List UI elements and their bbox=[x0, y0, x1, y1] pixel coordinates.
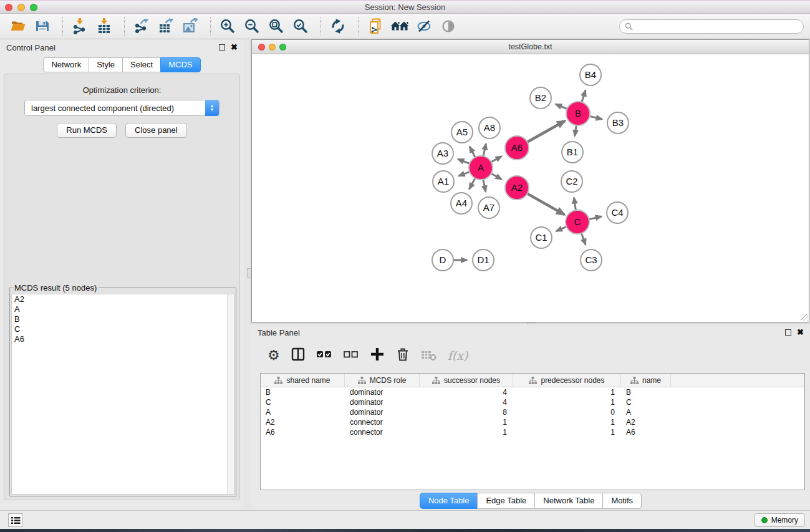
graph-edge[interactable] bbox=[458, 159, 471, 164]
function-icon[interactable]: f(x) bbox=[448, 349, 468, 362]
table-tabs: Node TableEdge TableNetwork TableMotifs bbox=[251, 493, 810, 509]
toolbar-separator bbox=[321, 17, 321, 36]
table-row[interactable]: Adominator80A bbox=[261, 407, 804, 417]
table-cell: 4 bbox=[420, 397, 513, 407]
graph-edge[interactable] bbox=[556, 226, 568, 231]
table-cell: A6 bbox=[621, 427, 671, 437]
mcds-result-item[interactable]: B bbox=[12, 314, 234, 324]
tab-node-table[interactable]: Node Table bbox=[420, 493, 478, 509]
import-table-icon[interactable] bbox=[94, 16, 115, 36]
save-session-icon[interactable] bbox=[32, 16, 53, 36]
export-image-icon[interactable] bbox=[180, 16, 201, 36]
graph-edge[interactable] bbox=[469, 177, 475, 189]
graph-edge[interactable] bbox=[556, 104, 568, 109]
zoom-selected-icon[interactable] bbox=[290, 16, 311, 36]
tab-mcds[interactable]: MCDS bbox=[160, 57, 200, 72]
gear-icon[interactable]: ⚙ bbox=[268, 349, 280, 362]
refresh-icon[interactable] bbox=[327, 16, 349, 36]
attribute-icon bbox=[432, 377, 440, 384]
table-body: Bdominator41BCdominator41CAdominator80AA… bbox=[261, 387, 804, 437]
graph-edge[interactable] bbox=[581, 90, 586, 104]
close-panel-icon[interactable]: ✖ bbox=[231, 44, 238, 51]
graph-node-label: A3 bbox=[437, 148, 448, 158]
graph-edge[interactable] bbox=[526, 193, 564, 215]
graph-edge[interactable] bbox=[581, 232, 586, 245]
table-row[interactable]: Cdominator41C bbox=[261, 397, 804, 407]
search-input[interactable] bbox=[636, 22, 798, 31]
add-icon[interactable] bbox=[370, 347, 385, 364]
graph-edge[interactable] bbox=[490, 157, 502, 163]
table-row[interactable]: A2connector11A2 bbox=[261, 417, 804, 427]
tab-network[interactable]: Network bbox=[43, 57, 89, 72]
export-network-icon[interactable] bbox=[131, 16, 152, 36]
splitter-handle[interactable] bbox=[247, 268, 251, 278]
search-field[interactable] bbox=[619, 19, 804, 34]
task-history-button[interactable] bbox=[8, 513, 23, 527]
close-panel-button[interactable]: Close panel bbox=[125, 123, 187, 138]
graph-node-label: B3 bbox=[612, 117, 624, 128]
clear-table-icon[interactable] bbox=[421, 347, 437, 364]
import-network-icon[interactable] bbox=[69, 16, 90, 36]
mcds-result-item[interactable]: C bbox=[12, 324, 234, 334]
table-cell: B bbox=[261, 387, 345, 397]
graph-edge[interactable] bbox=[483, 178, 485, 192]
tab-network-table[interactable]: Network Table bbox=[534, 493, 603, 509]
column-header-predecessor-nodes[interactable]: predecessor nodes bbox=[513, 374, 621, 387]
run-mcds-button[interactable]: Run MCDS bbox=[57, 123, 117, 138]
eye-slash-icon[interactable] bbox=[413, 16, 435, 36]
tab-select[interactable]: Select bbox=[122, 57, 161, 72]
graph-node-label: B2 bbox=[535, 92, 546, 103]
mcds-result-item[interactable]: A bbox=[12, 304, 234, 314]
table-cell-empty bbox=[671, 407, 804, 417]
resize-grip[interactable] bbox=[801, 314, 808, 321]
table-cell: A bbox=[621, 407, 671, 417]
node-table[interactable]: shared nameMCDS rolesuccessor nodesprede… bbox=[260, 373, 805, 490]
column-icon[interactable] bbox=[291, 347, 306, 364]
tab-edge-table[interactable]: Edge Table bbox=[477, 493, 535, 509]
graph-edge[interactable] bbox=[470, 147, 476, 158]
network-graph[interactable]: A5A8A6A3AA1A2A4A7B4B2BB3B1C2C4CC1C3DD1 bbox=[252, 54, 809, 322]
column-header-shared-name[interactable]: shared name bbox=[261, 374, 345, 387]
network-titlebar[interactable]: testGlobe.txt bbox=[252, 40, 809, 54]
float-panel-icon[interactable] bbox=[785, 329, 791, 336]
unselect-all-icon[interactable] bbox=[343, 346, 359, 365]
float-panel-icon[interactable] bbox=[219, 44, 225, 51]
mcds-result-item[interactable]: A6 bbox=[12, 334, 234, 344]
column-header-name[interactable]: name bbox=[621, 374, 671, 387]
export-table-icon[interactable] bbox=[155, 16, 176, 36]
graph-edge[interactable] bbox=[490, 173, 502, 179]
open-session-icon[interactable] bbox=[7, 16, 29, 36]
zoom-in-icon[interactable] bbox=[217, 16, 238, 36]
graph-edge[interactable] bbox=[483, 143, 486, 157]
graph-node-label: D bbox=[440, 254, 446, 265]
document-share-icon[interactable] bbox=[365, 16, 386, 36]
memory-button[interactable]: Memory bbox=[755, 513, 805, 527]
column-header-successor-nodes[interactable]: successor nodes bbox=[420, 374, 513, 387]
tab-style[interactable]: Style bbox=[89, 57, 123, 72]
mcds-result-item[interactable]: A2 bbox=[12, 294, 234, 304]
tab-motifs[interactable]: Motifs bbox=[602, 493, 642, 509]
network-canvas[interactable]: A5A8A6A3AA1A2A4A7B4B2BB3B1C2C4CC1C3DD1 bbox=[252, 54, 809, 322]
optimization-dropdown[interactable]: largest connected component (directed) ▲… bbox=[24, 100, 219, 116]
eye-icon[interactable] bbox=[438, 16, 459, 36]
network-view-window: testGlobe.txt A5A8A6A3AA1A2A4A7B4B2BB3B1… bbox=[251, 39, 809, 322]
column-header-MCDS-role[interactable]: MCDS role bbox=[345, 374, 420, 387]
graph-edge[interactable] bbox=[526, 121, 565, 143]
graph-edge[interactable] bbox=[458, 172, 471, 176]
close-panel-icon[interactable]: ✖ bbox=[797, 329, 804, 336]
trash-icon[interactable] bbox=[395, 347, 410, 364]
zoom-out-icon[interactable] bbox=[241, 16, 263, 36]
zoom-fit-icon[interactable] bbox=[266, 16, 287, 36]
table-row[interactable]: Bdominator41B bbox=[261, 387, 804, 397]
table-cell: A2 bbox=[261, 417, 345, 427]
table-row[interactable]: A6connector11A6 bbox=[261, 427, 804, 437]
mcds-result-list[interactable]: A2ABCA6 bbox=[11, 294, 234, 495]
double-home-icon[interactable] bbox=[389, 16, 410, 36]
select-all-icon[interactable] bbox=[316, 346, 332, 365]
graph-edge[interactable] bbox=[574, 198, 576, 211]
graph-edge[interactable] bbox=[589, 116, 602, 119]
chevron-updown-icon: ▲▼ bbox=[205, 100, 219, 116]
graph-edge[interactable] bbox=[588, 216, 602, 220]
graph-node-label: C2 bbox=[566, 176, 577, 186]
scrollbar[interactable] bbox=[227, 294, 234, 494]
